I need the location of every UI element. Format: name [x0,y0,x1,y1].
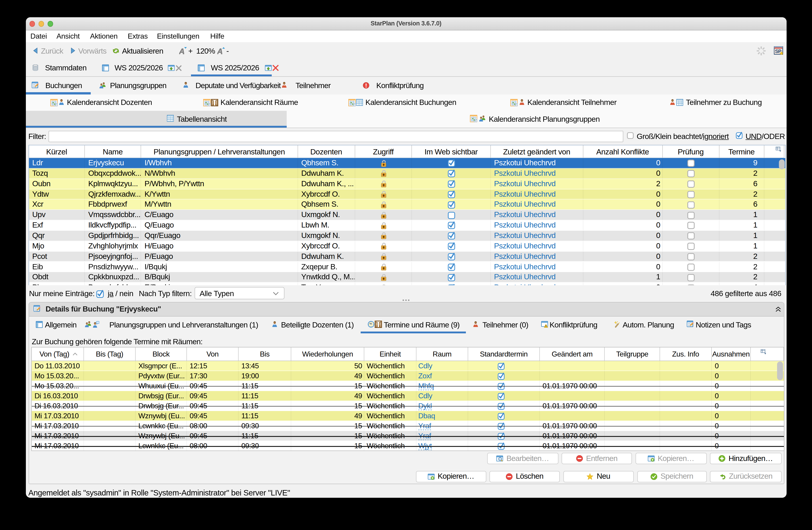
svg-text:A: A [217,46,222,54]
svg-text:A: A [179,46,184,54]
